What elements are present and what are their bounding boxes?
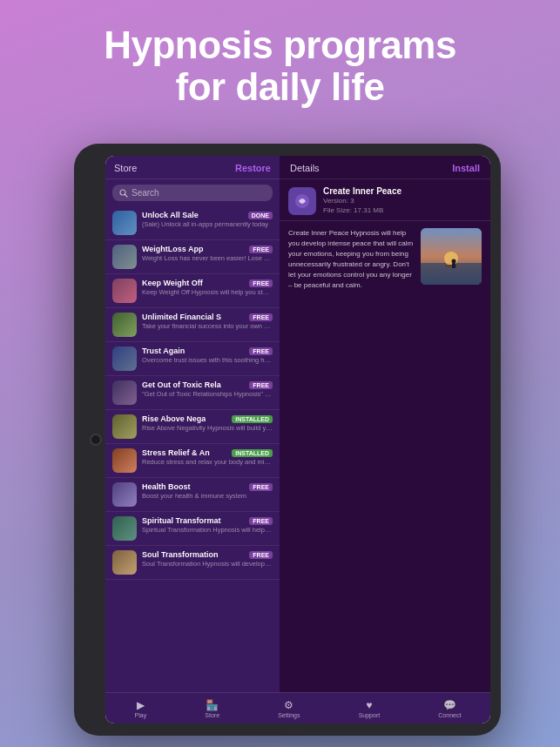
app-thumbnail [112, 550, 137, 575]
app-name-row: Rise Above Nega INSTALLED [142, 414, 273, 423]
app-thumbnail [112, 414, 137, 439]
list-item[interactable]: Get Out of Toxic Rela FREE "Get Out of T… [105, 376, 280, 410]
app-description: Boost your health & immune system [142, 492, 273, 501]
app-list: Unlock All Sale DONE (Sale) Unlock all i… [105, 206, 280, 692]
nav-label: Store [205, 712, 219, 718]
svg-point-7 [452, 259, 456, 264]
app-badge: FREE [249, 347, 273, 355]
app-thumbnail [112, 380, 137, 405]
app-name-row: Unlimited Financial S FREE [142, 313, 273, 321]
list-item[interactable]: Health Boost FREE Boost your health & im… [105, 478, 280, 512]
nav-icon: ♥ [366, 699, 372, 711]
app-badge: FREE [249, 381, 273, 389]
search-placeholder: Search [132, 188, 159, 198]
app-badge: FREE [249, 517, 273, 525]
app-description: Weight Loss has never been easier! Lose … [142, 254, 273, 263]
app-thumbnail [112, 245, 137, 269]
app-name-row: Health Boost FREE [142, 482, 273, 491]
detail-body: Create Inner Peace Hypnosis will help yo… [280, 221, 490, 298]
app-info: Spiritual Transformat FREE Spiritual Tra… [142, 516, 273, 535]
store-tab[interactable]: Store [114, 163, 137, 173]
svg-rect-8 [452, 263, 455, 268]
app-description: Soul Transformation Hypnosis will develo… [142, 560, 273, 569]
app-name-row: Trust Again FREE [142, 347, 273, 355]
app-name: Health Boost [142, 482, 191, 491]
list-item[interactable]: Keep Weight Off FREE Keep Weight Off Hyp… [105, 274, 280, 308]
restore-button[interactable]: Restore [235, 163, 271, 173]
nav-item-store[interactable]: 🏪 Store [205, 699, 219, 718]
ipad-camera [90, 434, 102, 446]
app-thumbnail [112, 448, 137, 473]
app-badge: INSTALLED [232, 449, 273, 457]
svg-point-5 [444, 252, 458, 266]
app-info: Keep Weight Off FREE Keep Weight Off Hyp… [142, 279, 273, 297]
app-thumbnail [112, 313, 137, 337]
app-badge: DONE [248, 212, 273, 219]
nav-label: Support [359, 712, 381, 718]
detail-description: Create Inner Peace Hypnosis will help yo… [288, 228, 414, 291]
nav-item-support[interactable]: ♥ Support [359, 699, 381, 718]
list-item[interactable]: Rise Above Nega INSTALLED Rise Above Neg… [105, 410, 280, 444]
app-name: Rise Above Nega [142, 414, 206, 423]
nav-item-connect[interactable]: 💬 Connect [438, 699, 461, 718]
app-description: Reduce stress and relax your body and mi… [142, 458, 273, 467]
ipad-screen: Store Restore Search Unlock Al [105, 156, 490, 723]
app-name: Get Out of Toxic Rela [142, 380, 221, 389]
nav-icon: 💬 [443, 699, 456, 711]
app-thumbnail [112, 482, 137, 507]
list-item[interactable]: WeightLoss App FREE Weight Loss has neve… [105, 240, 280, 274]
app-description: "Get Out of Toxic Relationships Hypnosis… [142, 390, 273, 399]
app-name: Unlock All Sale [142, 211, 199, 219]
app-name-row: Get Out of Toxic Rela FREE [142, 380, 273, 389]
list-item[interactable]: Unlock All Sale DONE (Sale) Unlock all i… [105, 206, 280, 240]
detail-app-title: Create Inner Peace [323, 186, 401, 196]
app-info: WeightLoss App FREE Weight Loss has neve… [142, 245, 273, 263]
app-description: Keep Weight Off Hypnosis will help you s… [142, 288, 273, 297]
nav-label: Play [135, 712, 147, 718]
detail-image [421, 228, 482, 285]
app-name-row: Stress Relief & An INSTALLED [142, 448, 273, 457]
details-tab[interactable]: Details [290, 163, 320, 173]
detail-app-info: Create Inner Peace Version: 3 File Size:… [323, 186, 401, 215]
app-description: Rise Above Negativity Hypnosis will buil… [142, 424, 273, 433]
list-item[interactable]: Trust Again FREE Overcome trust issues w… [105, 342, 280, 376]
nav-item-settings[interactable]: ⚙ Settings [278, 699, 300, 718]
list-item[interactable]: Soul Transformation FREE Soul Transforma… [105, 546, 280, 580]
list-item[interactable]: Unlimited Financial S FREE Take your fin… [105, 308, 280, 342]
app-info: Unlock All Sale DONE (Sale) Unlock all i… [142, 211, 273, 229]
app-badge: FREE [249, 246, 273, 253]
detail-app-icon [288, 187, 316, 215]
nav-icon: ⚙ [284, 699, 293, 711]
app-name-row: WeightLoss App FREE [142, 245, 273, 253]
nav-item-play[interactable]: ▶ Play [135, 699, 147, 718]
app-thumbnail [112, 279, 137, 303]
app-badge: FREE [249, 551, 273, 559]
app-description: Spiritual Transformation Hypnosis will h… [142, 526, 273, 535]
search-bar[interactable]: Search [112, 185, 273, 201]
app-name: Trust Again [142, 347, 185, 355]
right-panel-header: Details Install [280, 156, 490, 179]
app-info: Get Out of Toxic Rela FREE "Get Out of T… [142, 380, 273, 399]
bottom-nav: ▶ Play 🏪 Store ⚙ Settings ♥ Support 💬 Co… [105, 692, 490, 723]
left-panel: Store Restore Search Unlock Al [105, 156, 280, 692]
list-item[interactable]: Spiritual Transformat FREE Spiritual Tra… [105, 512, 280, 546]
app-name-row: Keep Weight Off FREE [142, 279, 273, 287]
ipad-body: Store Restore Search Unlock Al [74, 144, 501, 736]
list-item[interactable]: Stress Relief & An INSTALLED Reduce stre… [105, 444, 280, 478]
app-description: Take your financial success into your ow… [142, 322, 273, 331]
app-badge: FREE [249, 279, 273, 287]
install-button[interactable]: Install [452, 163, 480, 173]
app-info: Trust Again FREE Overcome trust issues w… [142, 347, 273, 365]
nav-label: Connect [438, 712, 461, 718]
app-thumbnail [112, 516, 137, 541]
app-name: WeightLoss App [142, 245, 204, 253]
app-info: Soul Transformation FREE Soul Transforma… [142, 550, 273, 569]
detail-top: Create Inner Peace Version: 3 File Size:… [280, 179, 490, 221]
nav-icon: 🏪 [206, 699, 219, 711]
screen-content: Store Restore Search Unlock Al [105, 156, 490, 692]
app-description: Overcome trust issues with this soothing… [142, 356, 273, 365]
app-info: Stress Relief & An INSTALLED Reduce stre… [142, 448, 273, 467]
app-info: Health Boost FREE Boost your health & im… [142, 482, 273, 501]
right-panel: Details Install Create Inner Peace [280, 156, 490, 692]
app-name: Soul Transformation [142, 550, 219, 559]
